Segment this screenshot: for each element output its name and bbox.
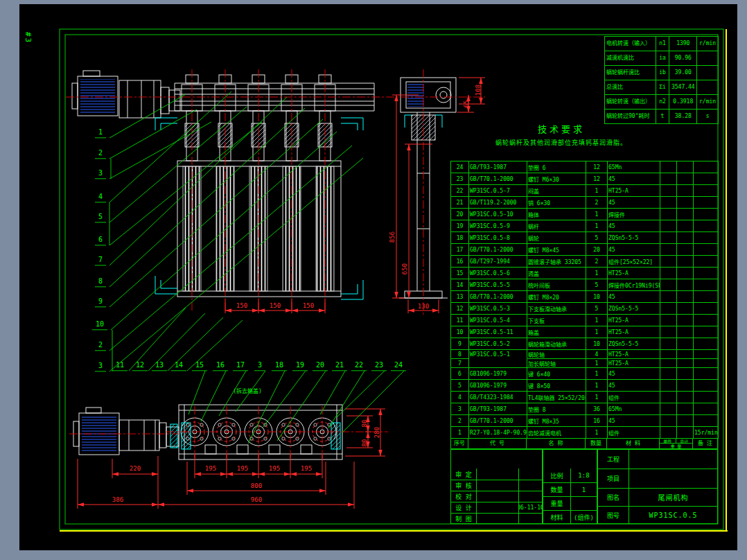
bom-qty: 10 [586,291,608,303]
part-balloon: 3 [254,361,265,371]
part-balloon: 18 [272,361,287,371]
bom-qty: 1 [586,392,608,403]
signature-name [476,469,518,480]
bom-name: 箱体 [527,209,586,220]
dimension-label: 960 [251,497,262,503]
dimension-label: 220 [130,466,141,472]
parameter-symbol: t [656,110,670,124]
bom-name: 蜗轮箱滑动轴承 [527,338,586,350]
bom-name: 下支板 [527,315,586,326]
bom-name: 圆锥滚子轴承 33205 [527,256,586,268]
dimension-label: 150 [270,303,281,309]
project-row: 图名 尾闸机构 [598,488,717,506]
drawing-world: #3 技术要求 蜗轮蜗杆及其他润滑部位充填钙基润滑脂。 (拆去箱盖) 12345… [19,4,737,550]
signature-name [476,514,518,524]
bom-row: 7 加长蜗轮轴 1 HT25-A [451,359,719,368]
bom-qty: 12 [586,173,608,185]
bom-row: 2 GB/T70.1-2000 螺钉 M8×35 16 45 [451,415,719,427]
signature-row: 制 图 [451,513,542,524]
bom-remark [694,368,719,380]
bom-qty: 10 [586,338,608,350]
bom-row: 19 WP31SC.0.5-9 蜗杆 1 45 [451,220,719,232]
bom-no: 18 [451,232,469,244]
bom-no: 11 [451,315,469,326]
bom-material: ZQSn5-5-5 [608,232,660,244]
info-label: 材料 [543,511,570,524]
part-balloon: 4 [95,193,106,202]
signature-date: 06-11-10 [518,502,542,513]
bom-total-weight [677,403,694,415]
bom-material: 65Mn [608,161,660,173]
bom-total-weight [677,315,694,326]
info-value: (组件) [570,511,597,524]
bom-material: HT25-A [608,268,660,279]
bom-remark [694,303,719,315]
info-value [570,497,597,510]
bom-total-weight [677,209,694,220]
part-balloon: 16 [213,361,228,371]
bom-qty: 1 [586,326,608,338]
bom-total-weight [677,338,694,350]
bom-no: 21 [451,197,469,209]
project-row: 图号 WP31SC.0.5 [598,506,717,523]
parameter-row: 减速机速比 ia 90.96 [605,51,719,66]
bom-code: WP31SC.0.5-11 [469,326,527,338]
dimension-label: 856 [389,231,396,243]
bom-unit-weight [660,268,677,279]
project-label: 项目 [598,469,629,488]
bom-code: GB/T93-1987 [469,403,527,415]
dimension-label: 195 [205,466,216,472]
bom-unit-weight [660,185,677,197]
bom-header-unit-weight: 单件 [660,439,676,443]
bom-material: 组件 [608,427,660,439]
bom-remark [694,161,719,173]
bom-material: 45 [608,415,660,427]
parameter-label: 蜗轮蜗杆速比 [605,66,656,80]
part-balloon: 2 [95,341,106,351]
bom-remark [694,315,719,326]
bom-qty: 1 [586,185,608,197]
bom-row: 22 WP31SC.0.5-7 闷盖 1 HT25-A [451,185,719,197]
bom-row: 24 GB/T93-1987 垫圈 6 12 65Mn [451,161,719,173]
bom-unit-weight [660,256,677,268]
bom-total-weight [677,244,694,256]
bom-header-weight-label: 重 量 [660,444,692,448]
parameter-label: 电机转速（输入） [605,37,656,51]
bom-code: GB1096-1979 [469,368,527,380]
signature-date [518,514,542,524]
bom-code: WP31SC.0.5-2 [469,338,527,350]
info-label: 重量 [543,497,570,510]
bom-no: 23 [451,173,469,185]
bom-material: 组件 [608,392,660,403]
bom-no: 8 [451,350,469,359]
bom-no: 1 [451,427,469,439]
bom-code: WP31SC.0.5-1 [469,350,527,359]
bom-code: GB/T119.2-2000 [469,197,527,209]
bom-name: 透盖 [527,268,586,279]
cad-drawing-screenshot: { "app": { "sheet_tag": "#3" }, "colors"… [0,0,747,560]
signature-date [518,480,542,491]
dimension-label: 108 [475,85,482,96]
parameter-row: 电机转速（输入） n1 1390 r/min [605,37,719,51]
bom-row: 17 GB/T70.1-2000 螺钉 M8×45 20 45 [451,244,719,256]
parameter-unit: r/min [697,37,719,51]
part-balloon: 3 [95,169,106,179]
part-balloon: 10 [92,320,107,330]
bom-unit-weight [660,173,677,185]
bom-total-weight [677,161,694,173]
bom-remark [694,338,719,350]
signature-row: 审 核 [451,480,542,491]
bom-row: 15 WP31SC.0.5-6 透盖 1 HT25-A [451,268,719,279]
bom-row: 20 WP31SC.0.5-10 箱体 1 焊接件 [451,209,719,220]
signature-row: 审 定 [451,469,542,480]
project-label: 图名 [598,489,629,506]
bom-row: 18 WP31SC.0.5-8 蜗轮 5 ZQSn5-5-5 [451,232,719,244]
parameter-unit [697,66,719,80]
part-balloon: 2 [95,149,106,159]
bom-row: 9 WP31SC.0.5-2 蜗轮箱滑动轴承 10 ZQSn5-5-5 [451,338,719,350]
project-block: 工程 项目 图名 尾闸机构 图号 WP31SC.0.5 [597,449,718,524]
bom-name: 垫圈 6 [527,161,586,173]
bom-unit-weight [660,209,677,220]
bom-total-weight [677,427,694,439]
bom-header-weight: 单件 总计 重 量 [660,439,693,448]
